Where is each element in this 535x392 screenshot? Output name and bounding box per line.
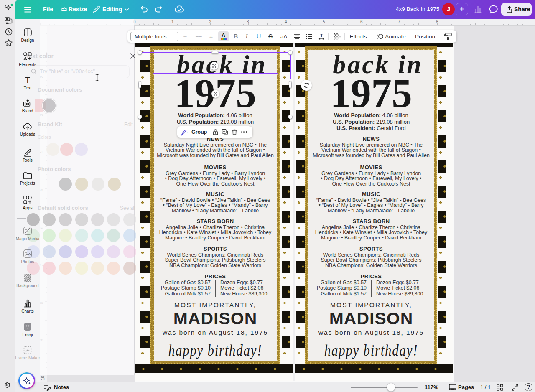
svg-text:T: T (320, 33, 323, 38)
